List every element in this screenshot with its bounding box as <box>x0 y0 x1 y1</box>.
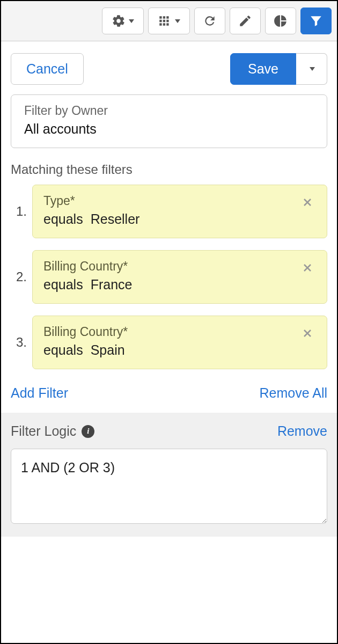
gear-icon <box>112 14 126 28</box>
owner-filter-value: All accounts <box>24 121 314 137</box>
info-icon[interactable]: i <box>82 425 94 438</box>
filters-list: 1. Type* equalsReseller 2. Billing Count… <box>1 185 337 369</box>
filter-logic-section: Filter Logic i Remove <box>1 413 337 537</box>
pie-chart-icon <box>274 14 288 28</box>
filters-section-title: Matching these filters <box>11 162 327 177</box>
filter-logic-title: Filter Logic i <box>11 423 94 439</box>
edit-button[interactable] <box>230 8 261 34</box>
table-icon <box>158 14 172 28</box>
chevron-down-icon <box>175 19 180 23</box>
filter-condition: equalsFrance <box>43 277 299 292</box>
filter-field: Billing Country* <box>43 325 299 339</box>
refresh-icon <box>203 14 217 28</box>
filter-row: 1. Type* equalsReseller <box>11 185 327 238</box>
filter-row: 3. Billing Country* equalsSpain <box>11 316 327 369</box>
filter-row: 2. Billing Country* equalsFrance <box>11 250 327 304</box>
save-dropdown-button[interactable] <box>296 53 327 85</box>
chevron-down-icon <box>129 19 134 23</box>
filter-content: Type* equalsReseller <box>43 194 299 227</box>
filter-remove-button[interactable] <box>299 325 316 344</box>
filter-condition: equalsReseller <box>43 211 299 227</box>
filter-content: Billing Country* equalsFrance <box>43 259 299 292</box>
filter-operator: equals <box>43 342 83 357</box>
chevron-down-icon <box>310 67 315 71</box>
save-button-group: Save <box>230 53 327 85</box>
filter-logic-header: Filter Logic i Remove <box>11 423 327 439</box>
filter-remove-button[interactable] <box>299 194 316 213</box>
filter-number: 3. <box>11 335 32 350</box>
refresh-button[interactable] <box>194 8 225 34</box>
filter-field: Type* <box>43 194 299 208</box>
close-icon <box>301 261 314 274</box>
filter-card[interactable]: Billing Country* equalsFrance <box>32 250 327 304</box>
filter-number: 1. <box>11 204 32 219</box>
filter-button[interactable] <box>300 8 332 34</box>
save-button[interactable]: Save <box>230 53 296 85</box>
filter-value: Spain <box>91 342 125 357</box>
filter-card[interactable]: Type* equalsReseller <box>32 185 327 238</box>
filter-remove-button[interactable] <box>299 259 316 279</box>
action-bar: Cancel Save <box>1 41 337 94</box>
toolbar <box>1 1 337 41</box>
filter-value: France <box>91 277 133 292</box>
close-icon <box>301 327 314 340</box>
pencil-icon <box>238 14 252 28</box>
filter-value: Reseller <box>91 211 140 226</box>
filter-condition: equalsSpain <box>43 342 299 358</box>
filter-number: 2. <box>11 269 32 284</box>
chart-button[interactable] <box>265 8 296 34</box>
owner-filter-label: Filter by Owner <box>24 104 314 118</box>
cancel-button[interactable]: Cancel <box>11 53 84 85</box>
filter-card[interactable]: Billing Country* equalsSpain <box>32 316 327 369</box>
settings-button[interactable] <box>102 8 144 34</box>
filter-content: Billing Country* equalsSpain <box>43 325 299 358</box>
table-view-button[interactable] <box>148 8 190 34</box>
filter-logic-input[interactable] <box>11 449 327 524</box>
remove-logic-link[interactable]: Remove <box>277 423 327 439</box>
remove-all-link[interactable]: Remove All <box>260 385 327 401</box>
add-filter-link[interactable]: Add Filter <box>11 385 68 401</box>
filter-logic-label: Filter Logic <box>11 423 76 439</box>
close-icon <box>301 196 314 209</box>
filter-icon <box>309 14 323 28</box>
filter-operator: equals <box>43 211 83 226</box>
filter-actions: Add Filter Remove All <box>1 381 337 413</box>
filter-field: Billing Country* <box>43 259 299 274</box>
filter-operator: equals <box>43 277 83 292</box>
owner-filter-box[interactable]: Filter by Owner All accounts <box>11 94 327 148</box>
